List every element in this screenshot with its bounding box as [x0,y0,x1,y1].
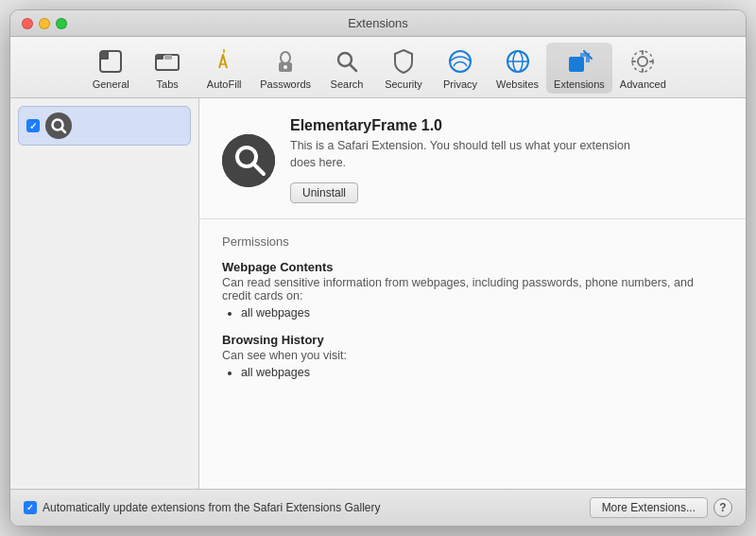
websites-icon [503,46,533,77]
toolbar-item-tabs[interactable]: Tabs [139,43,196,94]
advanced-icon [627,46,658,77]
toolbar-label-passwords: Passwords [260,78,311,90]
toolbar-label-search: Search [331,78,364,90]
svg-rect-1 [100,51,109,60]
toolbar-label-extensions: Extensions [554,78,605,90]
svg-point-16 [638,57,647,66]
extension-small-icon [45,112,72,139]
toolbar-label-privacy: Privacy [443,78,477,90]
permission-desc-history: Can see when you visit: [222,349,723,362]
autofill-icon [209,46,239,77]
svg-point-6 [281,52,290,63]
toolbar-label-tabs: Tabs [157,78,179,90]
permission-name-history: Browsing History [222,333,723,347]
toolbar-label-advanced: Advanced [620,78,666,90]
toolbar-item-extensions[interactable]: Extensions [546,43,612,94]
toolbar-item-autofill[interactable]: AutoFill [196,43,252,94]
extension-list-item[interactable] [18,106,191,146]
titlebar: Extensions [10,10,746,37]
permission-section-webpage: Webpage Contents Can read sensitive info… [222,260,723,320]
toolbar: General Tabs AutoFill [10,37,746,98]
window-title: Extensions [348,16,408,30]
toolbar-item-search[interactable]: Search [318,43,375,94]
content-area: ElementaryFrame 1.0 This is a Safari Ext… [10,98,746,489]
permissions-title: Permissions [222,234,723,249]
permission-list-webpage: all webpages [241,306,723,320]
auto-update-label: Automatically update extensions from the… [43,501,381,514]
extension-header: ElementaryFrame 1.0 This is a Safari Ext… [199,98,746,219]
help-button[interactable]: ? [713,498,732,517]
toolbar-label-general: General [93,78,129,90]
extensions-icon [564,46,594,77]
extension-description: This is a Safari Extension. You should t… [290,138,649,171]
toolbar-item-advanced[interactable]: Advanced [612,43,674,94]
permission-list-history: all webpages [241,366,723,379]
extension-name: ElementaryFrame 1.0 [290,117,649,134]
toolbar-item-general[interactable]: General [82,43,139,94]
permissions-panel: Permissions Webpage Contents Can read se… [199,219,746,489]
permission-desc-webpage: Can read sensitive information from webp… [222,276,723,303]
svg-rect-15 [569,57,584,72]
uninstall-button[interactable]: Uninstall [290,182,358,203]
auto-update-checkbox[interactable] [24,501,37,514]
more-extensions-button[interactable]: More Extensions... [590,497,708,518]
close-button[interactable] [22,18,33,29]
extensions-list [10,98,199,489]
toolbar-label-autofill: AutoFill [207,78,242,90]
toolbar-item-passwords[interactable]: Passwords [252,43,318,94]
toolbar-label-websites: Websites [496,78,539,90]
tabs-icon [152,46,182,77]
permission-section-history: Browsing History Can see when you visit:… [222,333,723,379]
permission-item: all webpages [241,306,723,320]
extension-detail: ElementaryFrame 1.0 This is a Safari Ext… [199,98,746,489]
svg-point-8 [284,65,287,69]
svg-point-24 [222,134,275,187]
footer-right: More Extensions... ? [590,497,732,518]
extension-enabled-checkbox[interactable] [26,119,40,132]
footer-left: Automatically update extensions from the… [24,501,381,514]
minimize-button[interactable] [39,18,50,29]
traffic-lights [22,18,67,29]
toolbar-item-security[interactable]: Security [375,43,432,94]
permission-name-webpage: Webpage Contents [222,260,723,274]
toolbar-item-websites[interactable]: Websites [489,43,546,94]
extension-logo [222,134,275,187]
general-icon [95,46,126,77]
permission-item: all webpages [241,366,723,379]
security-icon [388,46,419,77]
svg-rect-3 [156,55,163,60]
extension-info: ElementaryFrame 1.0 This is a Safari Ext… [290,117,649,203]
footer: Automatically update extensions from the… [10,489,746,526]
window: Extensions General Tabs [9,9,747,527]
search-toolbar-icon [332,46,362,77]
privacy-icon [445,46,475,77]
maximize-button[interactable] [56,18,67,29]
svg-line-23 [61,129,65,132]
toolbar-label-security: Security [385,78,422,90]
toolbar-item-privacy[interactable]: Privacy [432,43,489,94]
passwords-icon [270,46,301,77]
svg-line-10 [351,65,357,72]
svg-rect-4 [164,55,172,60]
